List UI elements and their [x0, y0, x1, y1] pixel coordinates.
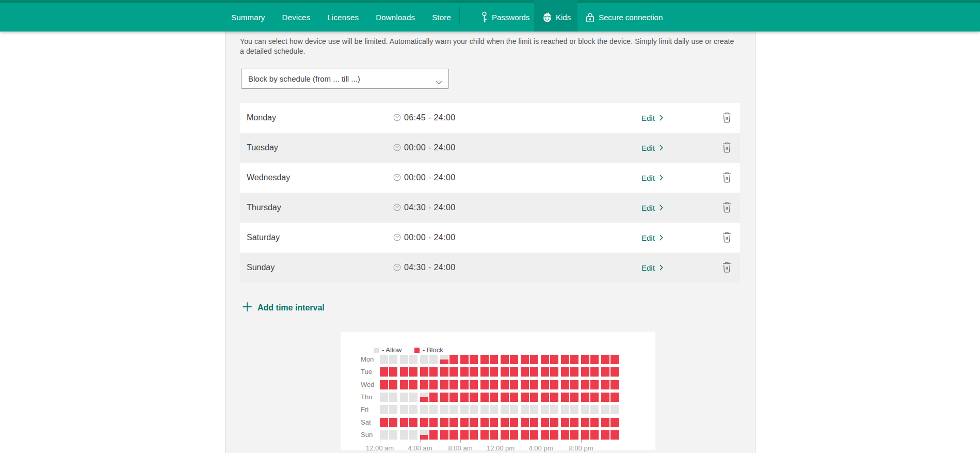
kid-face-icon	[542, 12, 553, 23]
delete-button[interactable]	[721, 112, 732, 123]
edit-link[interactable]: Edit	[641, 133, 663, 163]
chart-cell	[490, 380, 498, 389]
chart-cell	[561, 405, 569, 414]
chart-cell	[601, 430, 609, 440]
chart-cell	[460, 393, 469, 402]
chart-cell	[570, 430, 579, 440]
chart-cell	[389, 393, 397, 402]
chart-cell	[470, 405, 478, 414]
day-label: Saturday	[247, 223, 280, 253]
chart-cell	[429, 430, 438, 440]
nav-item-kids-active[interactable]: Kids	[534, 0, 577, 32]
delete-button[interactable]	[721, 232, 732, 243]
chart-cell	[581, 393, 589, 402]
trash-icon	[722, 177, 732, 184]
lock-icon	[586, 12, 595, 23]
chart-cell	[429, 405, 438, 414]
limit-mode-dropdown[interactable]: Block by schedule (from ... till ...)	[241, 69, 449, 89]
chart-cell	[521, 405, 529, 414]
chart-cell	[501, 418, 509, 427]
edit-label: Edit	[641, 114, 655, 122]
chart-cell	[611, 380, 619, 389]
chart-cell	[521, 418, 529, 427]
chart-row-label: Mon	[361, 355, 374, 364]
chart-cell	[400, 355, 408, 364]
nav-tab-store[interactable]: Store	[432, 13, 451, 22]
left-pane	[0, 32, 226, 453]
chart-cell	[409, 405, 417, 414]
chart-cell	[510, 430, 518, 440]
chart-cell-partial	[440, 360, 448, 364]
chart-cell	[570, 355, 579, 364]
trash-icon	[722, 237, 732, 244]
chart-cell	[420, 405, 428, 414]
chart-row-label: Sun	[361, 430, 373, 440]
add-time-interval-button[interactable]: Add time interval	[243, 302, 325, 314]
chart-cell	[400, 380, 408, 389]
block-swatch	[414, 348, 420, 353]
chart-cell	[460, 405, 469, 414]
chart-cell	[490, 405, 498, 414]
nav-tab-licenses[interactable]: Licenses	[327, 13, 359, 22]
delete-button[interactable]	[721, 202, 732, 213]
edit-link[interactable]: Edit	[641, 163, 663, 193]
delete-button[interactable]	[721, 172, 732, 183]
edit-label: Edit	[641, 144, 655, 152]
chart-cell	[530, 367, 538, 377]
schedule-chart-panel: - Allow - Block MonTueWedThuFriSatSun12:…	[341, 332, 655, 450]
chart-cell	[530, 355, 538, 364]
chart-row-label: Tue	[361, 367, 372, 377]
chart-cell	[561, 380, 569, 389]
nav-item-secure-connection[interactable]: Secure connection	[586, 3, 663, 32]
chart-cell	[440, 367, 448, 377]
chart-cell	[389, 430, 397, 440]
clock-icon	[393, 263, 401, 273]
chart-cell	[611, 393, 619, 402]
trash-icon	[722, 207, 732, 214]
axis-tick-label: 8:00 pm	[569, 444, 593, 452]
nav-tab-devices[interactable]: Devices	[282, 13, 311, 22]
nav-divider	[459, 7, 460, 24]
chart-row-label: Wed	[361, 380, 375, 389]
delete-button[interactable]	[721, 262, 732, 273]
trash-icon	[722, 117, 732, 124]
chart-cell	[380, 380, 388, 389]
trash-icon	[722, 147, 732, 154]
chart-cell	[380, 355, 388, 364]
chevron-right-icon	[660, 263, 663, 272]
chart-cell	[541, 405, 549, 414]
delete-button[interactable]	[721, 142, 732, 153]
chart-cell	[521, 380, 529, 389]
chart-cell	[541, 393, 549, 402]
plus-icon	[243, 302, 252, 314]
chart-row-label: Thu	[361, 393, 372, 402]
time-range: 00:00 - 24:00	[404, 133, 456, 163]
chart-cell	[581, 380, 589, 389]
chart-cell	[611, 367, 619, 377]
nav-tab-downloads[interactable]: Downloads	[376, 13, 415, 22]
edit-link[interactable]: Edit	[641, 103, 663, 133]
edit-link[interactable]: Edit	[641, 223, 663, 253]
edit-link[interactable]: Edit	[641, 253, 663, 283]
chart-cell	[581, 405, 589, 414]
chart-cell-partial	[420, 435, 428, 440]
edit-link[interactable]: Edit	[641, 193, 663, 223]
chart-cell	[420, 418, 428, 427]
schedule-row-wednesday: Wednesday 00:00 - 24:00 Edit	[240, 163, 740, 193]
day-label: Monday	[247, 103, 276, 133]
legend-block: - Block	[414, 346, 443, 354]
nav-kids-label: Kids	[556, 13, 571, 22]
time-range: 04:30 - 24:00	[404, 193, 456, 223]
chart-cell	[570, 393, 579, 402]
chart-cell	[601, 367, 609, 377]
chart-cell	[501, 393, 509, 402]
chart-cell	[409, 418, 417, 427]
chart-cell	[380, 430, 388, 440]
chart-cell	[611, 355, 619, 364]
chart-cell	[409, 430, 417, 440]
nav-item-passwords[interactable]: Passwords	[481, 3, 529, 32]
nav-tab-summary[interactable]: Summary	[231, 13, 265, 22]
time-range: 00:00 - 24:00	[404, 223, 456, 253]
chart-row-wed	[380, 380, 619, 389]
allow-swatch	[374, 348, 379, 353]
